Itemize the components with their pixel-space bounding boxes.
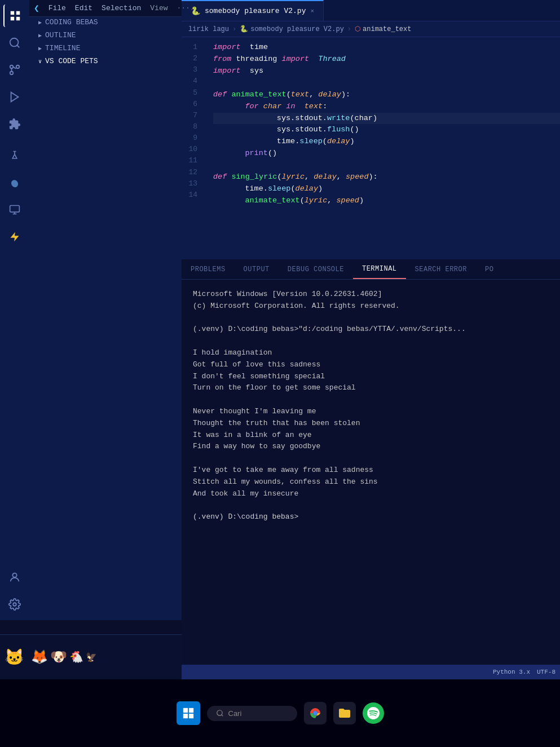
tab-problems[interactable]: PROBLEMS — [182, 259, 235, 279]
terminal-output[interactable]: Microsoft Windows [Version 10.0.22631.46… — [182, 280, 560, 679]
activity-bar — [0, 0, 29, 620]
flask-icon[interactable] — [3, 144, 26, 167]
terminal-line-12: Thought the truth that has been stolen — [193, 418, 549, 430]
taskbar-search[interactable]: Cari — [207, 706, 297, 721]
status-right: Python 3.x UTF-8 — [493, 669, 555, 675]
code-line-14: animate_text(lyric, speed) — [213, 195, 560, 207]
svg-line-5 — [17, 45, 19, 47]
editor-tabs: 🐍 somebody pleasure V2.py × — [182, 0, 560, 21]
sidebar-item-label: OUTLINE — [45, 31, 76, 39]
sidebar-item-coding-bebas[interactable]: ▶ CODING BEBAS — [29, 16, 182, 29]
breadcrumb: lirik lagu › 🐍 somebody pleasure V2.py ›… — [182, 21, 560, 37]
svg-rect-0 — [11, 11, 14, 15]
breadcrumb-root[interactable]: lirik lagu — [188, 25, 229, 33]
svg-rect-20 — [188, 708, 193, 713]
svg-point-25 — [313, 711, 318, 715]
python-version: Python 3.x — [493, 669, 530, 675]
pets-bar: 🐱 🦊 🐶 🐔 🦅 — [0, 634, 182, 679]
remote-icon[interactable] — [3, 198, 26, 221]
taskbar-chrome[interactable] — [304, 702, 327, 724]
taskbar: Cari — [0, 679, 560, 747]
sidebar-item-outline[interactable]: ▶ OUTLINE — [29, 29, 182, 42]
taskbar-files[interactable] — [333, 702, 356, 724]
terminal-line-18: And took all my insecure — [193, 488, 549, 500]
tab-po[interactable]: PO — [476, 259, 502, 279]
menu-view[interactable]: View — [150, 4, 167, 12]
settings-icon[interactable] — [3, 593, 26, 616]
explorer-icon[interactable] — [3, 5, 26, 27]
svg-point-12 — [10, 179, 20, 188]
svg-rect-1 — [11, 17, 14, 20]
breadcrumb-file: 🐍 somebody pleasure V2.py — [240, 25, 344, 33]
windows-start-button[interactable] — [177, 701, 200, 725]
svg-point-7 — [10, 72, 14, 75]
svg-point-8 — [16, 65, 20, 69]
active-tab[interactable]: 🐍 somebody pleasure V2.py × — [182, 0, 324, 21]
svg-point-17 — [12, 573, 16, 577]
code-line-3: import sys — [213, 65, 560, 77]
sidebar-item-label: TIMELINE — [45, 44, 80, 52]
svg-line-10 — [13, 67, 16, 69]
breadcrumb-sep1: › — [232, 25, 236, 33]
svg-point-23 — [217, 710, 222, 715]
tab-output[interactable]: OUTPUT — [235, 259, 279, 279]
taskbar-center: Cari — [177, 701, 384, 725]
terminal-line-11: Never thought I'm leaving me — [193, 406, 549, 418]
terminal-line-1: Microsoft Windows [Version 10.0.22631.46… — [193, 289, 549, 300]
encoding: UTF-8 — [537, 669, 555, 675]
source-control-icon[interactable] — [3, 59, 26, 81]
terminal-line-5 — [193, 335, 549, 347]
sidebar: EXPLORER + ○ 🗑 ▶ CODING BEBAS ▶ OUTLINE … — [29, 0, 182, 620]
code-line-11 — [213, 160, 560, 171]
code-line-10: print() — [213, 148, 560, 160]
collapse-arrow: ▶ — [38, 19, 42, 26]
extensions-icon[interactable] — [3, 113, 26, 135]
tab-search-error[interactable]: SEARCH ERROR — [406, 259, 476, 279]
collapse-arrow: ▶ — [38, 32, 42, 39]
taskbar-spotify[interactable] — [363, 702, 384, 724]
code-line-12: def sing_lyric(lyric, delay, speed): — [213, 171, 560, 183]
search-icon[interactable] — [3, 32, 26, 54]
pet-sprite2: 🐶 — [50, 649, 67, 665]
menu-file[interactable]: File — [48, 4, 66, 12]
terminal-line-14: Find a way how to say goodbye — [193, 441, 549, 453]
code-line-13: time.sleep(delay) — [213, 183, 560, 195]
code-line-9: time.sleep(delay) — [213, 136, 560, 148]
svg-rect-21 — [183, 714, 187, 718]
code-line-4 — [213, 77, 560, 89]
terminal-line-6: I hold imagination — [193, 347, 549, 359]
run-debug-icon[interactable] — [3, 86, 26, 108]
terminal-line-16: I've got to take me away from all sadnes… — [193, 465, 549, 476]
sidebar-item-vscode-pets[interactable]: ∨ VS CODE PETS — [29, 55, 182, 68]
collapse-arrow: ▶ — [38, 45, 42, 52]
terminal-line-17: Stitch all my wounds, confess all the si… — [193, 476, 549, 488]
terminal-line-10 — [193, 394, 549, 406]
code-line-6: for char in text: — [213, 101, 560, 113]
pet-sprite3: 🐔 — [69, 650, 83, 664]
terminal-prompt: (.venv) D:\coding bebas> — [193, 511, 549, 523]
tab-debug-console[interactable]: DEBUG CONSOLE — [279, 259, 353, 279]
leaf-icon[interactable] — [3, 171, 26, 194]
terminal-line-4: (.venv) D:\coding bebas>"d:/coding bebas… — [193, 324, 549, 335]
svg-point-6 — [10, 65, 14, 69]
tab-close-button[interactable]: × — [310, 8, 314, 15]
sidebar-item-label: CODING BEBAS — [45, 18, 98, 26]
menu-edit[interactable]: Edit — [75, 4, 92, 12]
terminal-line-13: It was in a blink of an eye — [193, 430, 549, 441]
breadcrumb-sep2: › — [347, 25, 351, 33]
menu-more[interactable]: ··· — [177, 4, 190, 12]
tab-terminal[interactable]: TERMINAL — [353, 259, 406, 279]
svg-rect-22 — [188, 714, 193, 718]
sidebar-item-label: VS CODE PETS — [45, 57, 98, 65]
svg-rect-19 — [183, 708, 187, 713]
tab-filename: somebody pleasure V2.py — [205, 7, 306, 15]
sidebar-item-timeline[interactable]: ▶ TIMELINE — [29, 42, 182, 55]
code-line-8: sys.stdout.flush() — [213, 124, 560, 136]
pet-cat: 🐱 — [5, 648, 24, 667]
terminal-line-3 — [193, 312, 549, 324]
lightning-icon[interactable] — [3, 226, 26, 248]
account-icon[interactable] — [3, 566, 26, 589]
menu-selection[interactable]: Selection — [102, 4, 141, 12]
terminal-tabs: PROBLEMS OUTPUT DEBUG CONSOLE TERMINAL S… — [182, 259, 560, 280]
menu-bar: ❮ File Edit Selection View ··· — [29, 0, 182, 17]
